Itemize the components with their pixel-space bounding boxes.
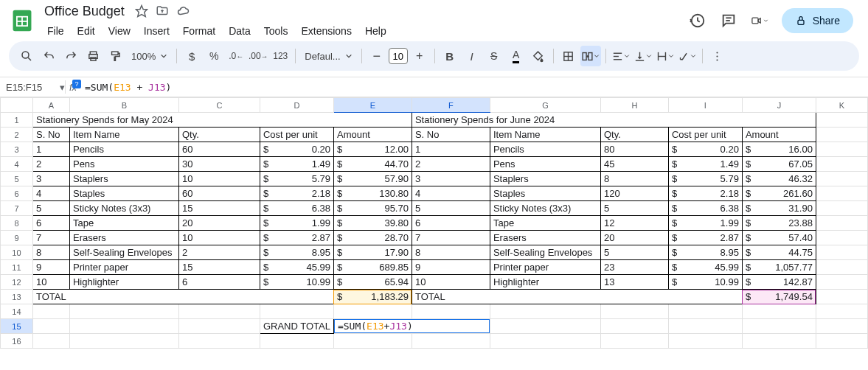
- cell[interactable]: $689.85: [333, 260, 412, 275]
- cell[interactable]: Staplers: [490, 172, 600, 186]
- cell[interactable]: $28.70: [333, 231, 412, 245]
- more-formats-icon[interactable]: 123: [270, 46, 291, 66]
- cell[interactable]: [816, 245, 867, 260]
- cell[interactable]: Stationery Spends for May 2024: [32, 113, 412, 128]
- cell[interactable]: $65.94: [333, 275, 412, 290]
- formula-input[interactable]: =SUM(E13 + J13): [80, 82, 862, 93]
- sheets-logo[interactable]: [9, 7, 35, 34]
- cell[interactable]: S. No: [32, 128, 69, 142]
- cell[interactable]: 9: [32, 260, 69, 275]
- cell[interactable]: 60: [178, 142, 260, 157]
- move-folder-icon[interactable]: [156, 4, 169, 18]
- cell[interactable]: [816, 260, 867, 275]
- rotate-icon[interactable]: [677, 46, 698, 66]
- menu-extensions[interactable]: Extensions: [295, 22, 357, 40]
- cell[interactable]: $5.79: [260, 172, 333, 186]
- cell[interactable]: S. No: [412, 128, 490, 142]
- cell[interactable]: Highlighter: [490, 275, 600, 290]
- cell[interactable]: Pens: [69, 157, 178, 172]
- cell[interactable]: Amount: [742, 128, 816, 142]
- cell[interactable]: 13: [600, 275, 668, 290]
- cell[interactable]: 9: [412, 260, 490, 275]
- col-header-B[interactable]: B: [69, 98, 178, 113]
- font-dropdown[interactable]: Defaul...: [300, 51, 356, 62]
- decrease-decimal-icon[interactable]: .0←: [226, 46, 246, 66]
- cell[interactable]: $67.05: [742, 157, 816, 172]
- cell[interactable]: $6.38: [668, 201, 742, 216]
- cell[interactable]: $31.90: [742, 201, 816, 216]
- cell[interactable]: TOTAL: [32, 290, 333, 304]
- cell[interactable]: [816, 142, 867, 157]
- row-header-6[interactable]: 6: [1, 186, 33, 201]
- cell[interactable]: [816, 290, 867, 304]
- cell[interactable]: [260, 334, 333, 349]
- cell[interactable]: $95.70: [333, 201, 412, 216]
- text-color-icon[interactable]: A: [506, 46, 527, 66]
- cell[interactable]: [816, 319, 867, 334]
- menu-view[interactable]: View: [103, 22, 136, 40]
- decrease-font-icon[interactable]: −: [367, 46, 387, 66]
- cell[interactable]: $5.79: [668, 172, 742, 186]
- cell[interactable]: Qty.: [600, 128, 668, 142]
- cell[interactable]: Cost per unit: [668, 128, 742, 142]
- cell[interactable]: $12.00: [333, 142, 412, 157]
- cell[interactable]: TOTAL: [412, 290, 742, 304]
- cell[interactable]: [32, 319, 69, 334]
- cell[interactable]: 80: [600, 142, 668, 157]
- cell[interactable]: $0.20: [260, 142, 333, 157]
- cell[interactable]: [69, 319, 178, 334]
- cell[interactable]: Staples: [69, 186, 178, 201]
- cell[interactable]: 5: [600, 245, 668, 260]
- meet-icon[interactable]: [751, 12, 768, 29]
- comment-icon[interactable]: [720, 12, 737, 29]
- cell[interactable]: Qty.: [178, 128, 260, 142]
- cell[interactable]: 60: [178, 186, 260, 201]
- cell[interactable]: 5: [600, 201, 668, 216]
- col-header-I[interactable]: I: [668, 98, 742, 113]
- cell[interactable]: 10: [412, 275, 490, 290]
- cell[interactable]: [178, 334, 260, 349]
- row-header-8[interactable]: 8: [1, 216, 33, 231]
- cell[interactable]: $2.18: [668, 186, 742, 201]
- cell[interactable]: [816, 128, 867, 142]
- cell[interactable]: $142.87: [742, 275, 816, 290]
- cell[interactable]: $23.88: [742, 216, 816, 231]
- cell[interactable]: 8: [32, 245, 69, 260]
- cell[interactable]: 7: [32, 231, 69, 245]
- share-button[interactable]: Share: [782, 8, 853, 33]
- row-header-5[interactable]: 5: [1, 172, 33, 186]
- cell[interactable]: [600, 319, 668, 334]
- cell[interactable]: 6: [178, 275, 260, 290]
- wrap-icon[interactable]: [655, 46, 676, 66]
- fx-icon[interactable]: fx?: [66, 82, 80, 93]
- cell[interactable]: [178, 304, 260, 319]
- redo-icon[interactable]: [60, 46, 81, 66]
- cell[interactable]: 1: [412, 142, 490, 157]
- row-header-1[interactable]: 1: [1, 113, 33, 128]
- fill-color-icon[interactable]: [528, 46, 549, 66]
- cell[interactable]: 8: [600, 172, 668, 186]
- cell[interactable]: $44.75: [742, 245, 816, 260]
- cell[interactable]: $57.40: [742, 231, 816, 245]
- menu-edit[interactable]: Edit: [72, 22, 101, 40]
- paint-format-icon[interactable]: [105, 46, 125, 66]
- cell[interactable]: [742, 319, 816, 334]
- print-icon[interactable]: [83, 46, 103, 66]
- cell[interactable]: Item Name: [69, 128, 178, 142]
- cell[interactable]: $130.80: [333, 186, 412, 201]
- row-header-14[interactable]: 14: [1, 304, 33, 319]
- cell[interactable]: 3: [412, 172, 490, 186]
- cloud-status-icon[interactable]: [176, 4, 190, 18]
- cell[interactable]: 20: [600, 231, 668, 245]
- cell[interactable]: [816, 275, 867, 290]
- cell-E13[interactable]: $1,183.29: [333, 290, 412, 304]
- percent-icon[interactable]: %: [204, 46, 224, 66]
- row-header-9[interactable]: 9: [1, 231, 33, 245]
- col-header-D[interactable]: D: [260, 98, 333, 113]
- row-header-15[interactable]: 15: [1, 319, 33, 334]
- cell[interactable]: $45.99: [260, 260, 333, 275]
- cell[interactable]: Erasers: [69, 231, 178, 245]
- cell[interactable]: $16.00: [742, 142, 816, 157]
- cell[interactable]: [333, 334, 412, 349]
- cell[interactable]: [178, 319, 260, 334]
